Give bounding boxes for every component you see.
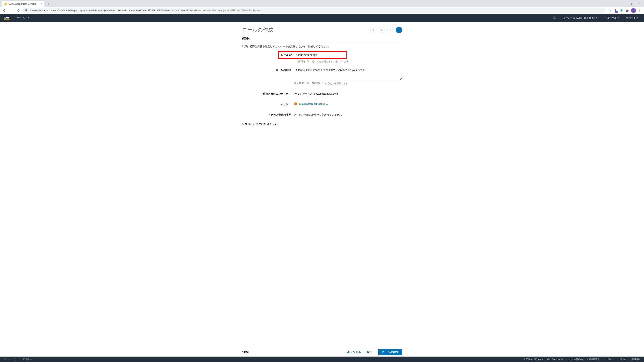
role-name-hint: 英数字と「+=,.@-_」を使用します。最大 64 文字。 — [296, 60, 402, 63]
reload-button[interactable] — [16, 8, 21, 13]
caret-down-icon: ▼ — [596, 17, 598, 19]
extension-badge: 13 — [615, 11, 618, 13]
new-tab-button[interactable]: + — [46, 1, 52, 7]
role-desc-label: ロールの説明 — [242, 67, 294, 85]
permissions-boundary-label: アクセス権限の境界 — [242, 111, 294, 117]
region-menu[interactable]: グローバル▼ — [602, 16, 621, 20]
url-domain: console.aws.amazon.com — [29, 9, 58, 12]
browser-tab[interactable]: 🔑 IAM Management Console × — [2, 1, 44, 7]
services-menu[interactable]: サービス▼ — [15, 16, 31, 20]
extensions-puzzle-icon[interactable] — [625, 8, 629, 12]
url-path: /iam/home?region=ap-northeast-1#/roles$n… — [58, 9, 261, 12]
permissions-boundary-value: アクセス権限の境界が設定されていません — [294, 111, 402, 117]
section-title: 確認 — [242, 36, 402, 41]
close-window-button[interactable]: ✕ — [635, 1, 644, 7]
reload-icon — [17, 9, 20, 12]
forward-nav-button[interactable] — [8, 8, 14, 13]
arrow-right-icon — [10, 9, 13, 12]
step-1[interactable]: 1 — [370, 27, 376, 33]
lock-icon — [25, 9, 27, 12]
tab-close-icon[interactable]: × — [40, 2, 42, 5]
role-desc-hint: 最大 1000 文字。英数字と「+=,.@-_」を使用します。 — [294, 82, 402, 85]
caret-down-icon: ▼ — [637, 17, 638, 19]
url-field[interactable]: console.aws.amazon.com/iam/home?region=a… — [22, 8, 606, 13]
support-menu[interactable]: サポート▼ — [624, 16, 640, 20]
page-content: ロールの作成 1 2 3 4 確認 以下に必要な情報を指定してこのロールを見直し… — [242, 22, 402, 126]
bell-icon — [553, 16, 556, 20]
tab-strip: 🔑 IAM Management Console × + — ▢ ✕ — [0, 0, 644, 7]
toolbar-icons: ☆ 13 h ⋮ — [607, 8, 642, 13]
role-name-highlight: ロール名* — [278, 51, 347, 59]
minimize-button[interactable]: — — [617, 1, 626, 7]
step-3[interactable]: 3 — [387, 27, 394, 33]
step-2[interactable]: 2 — [379, 27, 385, 33]
caret-down-icon: ▼ — [28, 17, 29, 19]
iam-favicon-icon: 🔑 — [4, 2, 7, 5]
browser-chrome: 🔑 IAM Management Console × + — ▢ ✕ conso… — [0, 0, 644, 14]
bookmark-star-icon[interactable]: ☆ — [608, 8, 612, 12]
profile-avatar[interactable]: h — [631, 8, 636, 13]
maximize-button[interactable]: ▢ — [626, 1, 635, 7]
tab-title: IAM Management Console — [8, 2, 36, 5]
role-name-label: ロール名* — [279, 52, 294, 58]
page-title: ロールの作成 — [242, 26, 273, 33]
trusted-entities-label: 信頼されたエンティティ — [242, 90, 294, 96]
trusted-entities-value: AWS のサービス: ec2.amazonaws.com — [294, 90, 402, 96]
extension-teal-icon[interactable] — [620, 8, 623, 12]
back-nav-button[interactable] — [2, 8, 7, 13]
wizard-stepper: 1 2 3 4 — [370, 27, 402, 33]
section-description: 以下に必要な情報を指定してこのロールを見直してから、作成してください。 — [242, 45, 402, 48]
extension-purple-icon[interactable]: 13 — [614, 8, 618, 12]
aws-top-nav: aws サービス▼ kazaana @ 5769-5092-0858▼ グローバ… — [0, 14, 644, 22]
policy-link[interactable]: CloudWatchFullAccess — [299, 102, 328, 105]
no-tags-message: 追加されたタグはありません。 — [242, 122, 402, 126]
step-4[interactable]: 4 — [396, 27, 402, 33]
policy-cube-icon — [294, 102, 298, 106]
arrow-left-icon — [2, 9, 6, 12]
svg-point-1 — [621, 10, 622, 11]
aws-logo[interactable]: aws — [4, 16, 10, 20]
role-name-input[interactable] — [294, 52, 346, 58]
window-controls: — ▢ ✕ — [617, 1, 644, 7]
account-menu[interactable]: kazaana @ 5769-5092-0858▼ — [561, 16, 599, 19]
role-description-textarea[interactable] — [294, 67, 402, 80]
chrome-menu-icon[interactable]: ⋮ — [638, 8, 642, 12]
policy-label: ポリシー — [242, 101, 294, 106]
notifications-button[interactable] — [551, 16, 558, 20]
external-link-icon — [326, 103, 328, 105]
caret-down-icon: ▼ — [618, 17, 619, 19]
address-bar: console.aws.amazon.com/iam/home?region=a… — [0, 7, 644, 14]
